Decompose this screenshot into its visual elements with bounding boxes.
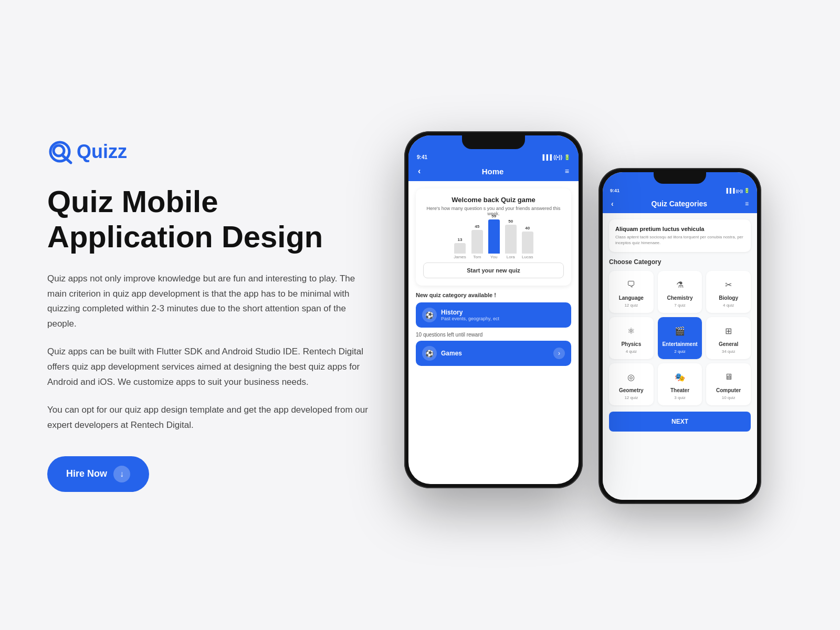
categories-grid: 🗨 Language 12 quiz ⚗ Chemistry 7 quiz ✂ …	[609, 271, 751, 405]
start-quiz-button[interactable]: Start your new quiz	[423, 262, 564, 278]
bar-lora: 50 Lora	[505, 219, 517, 259]
quiz-header-title: Quiz Categories	[652, 200, 708, 208]
phone-home-status: 9:41 ▐▐▐((•))🔋	[408, 151, 579, 161]
computer-icon: 🖥	[720, 369, 737, 385]
bar-you: 59 You	[488, 214, 500, 259]
category-geometry[interactable]: ◎ Geometry 12 quiz	[609, 363, 654, 405]
logo: Quizz	[47, 138, 373, 165]
physics-icon: ⚛	[623, 322, 639, 339]
category-theater[interactable]: 🎭 Theater 3 quiz	[658, 363, 702, 405]
bar-james: 13 James	[454, 237, 466, 259]
bar-chart: 13 James 45 Tom 59	[423, 223, 564, 259]
history-icon: ⚽	[422, 308, 437, 322]
next-button[interactable]: NEXT	[609, 412, 751, 432]
theater-icon: 🎭	[671, 369, 688, 385]
phone-home: 9:41 ▐▐▐((•))🔋 ‹ Home ≡ Welc	[404, 131, 583, 488]
svg-point-1	[54, 145, 64, 156]
logo-icon	[47, 138, 75, 165]
category-entertainment[interactable]: 🎬 Entertainment 2 quiz	[658, 317, 702, 359]
quiz-back-icon: ‹	[611, 200, 614, 208]
arrow-right-icon: ›	[553, 348, 565, 359]
games-category[interactable]: ⚽ Games ›	[416, 341, 571, 366]
back-icon: ‹	[418, 166, 421, 176]
phone-mockups: 9:41 ▐▐▐((•))🔋 ‹ Home ≡ Welc	[373, 110, 793, 520]
quiz-content: Aliquam pretium luctus vehicula Class ap…	[603, 213, 757, 500]
biology-icon: ✂	[720, 276, 737, 293]
history-name: History	[441, 309, 565, 316]
quiz-categories-header: ‹ Quiz Categories ≡	[603, 194, 757, 213]
quiz-status-icons: ▐▐▐((•))🔋	[724, 188, 750, 193]
main-title: Quiz Mobile Application Design	[47, 184, 373, 254]
hire-now-label: Hire Now	[66, 468, 107, 479]
reward-text: 10 questions left until reward	[416, 332, 571, 338]
phone-home-header: ‹ Home ≡	[408, 161, 579, 181]
left-panel: Quizz Quiz Mobile Application Design Qui…	[47, 138, 373, 491]
geometry-icon: ◎	[623, 369, 639, 385]
entertainment-icon: 🎬	[671, 322, 688, 339]
phone-home-notch	[462, 135, 525, 149]
page-container: Quizz Quiz Mobile Application Design Qui…	[26, 79, 814, 551]
home-header-title: Home	[482, 167, 504, 176]
logo-text: Quizz	[77, 141, 127, 163]
history-desc: Past events, geography, ect	[441, 316, 565, 321]
welcome-card: Welcome back Quiz game Here's how many q…	[416, 188, 571, 286]
home-content: Welcome back Quiz game Here's how many q…	[408, 181, 579, 377]
category-biology[interactable]: ✂ Biology 4 quiz	[706, 271, 751, 313]
aliquam-title: Aliquam pretium luctus vehicula	[615, 226, 744, 232]
general-icon: ⊞	[720, 322, 737, 339]
bar-tom: 45 Tom	[471, 224, 483, 259]
hire-now-button[interactable]: Hire Now ↓	[47, 456, 149, 492]
menu-icon: ≡	[565, 167, 569, 175]
phone-quiz-notch	[654, 172, 706, 184]
quiz-status-bar: 9:41 ▐▐▐((•))🔋	[603, 186, 757, 194]
aliquam-body: Class aptent taciti sociosqu ad litora t…	[615, 234, 744, 246]
language-icon: 🗨	[623, 276, 639, 293]
new-category-title: New quiz category available !	[416, 292, 571, 298]
games-icon: ⚽	[422, 346, 437, 361]
category-computer[interactable]: 🖥 Computer 10 quiz	[706, 363, 751, 405]
chemistry-icon: ⚗	[671, 276, 688, 293]
choose-category-title: Choose Category	[609, 258, 751, 266]
welcome-title: Welcome back Quiz game	[423, 196, 564, 204]
status-icons: ▐▐▐((•))🔋	[541, 154, 570, 160]
category-general[interactable]: ⊞ General 34 quiz	[706, 317, 751, 359]
category-chemistry[interactable]: ⚗ Chemistry 7 quiz	[658, 271, 702, 313]
description-2: Quiz apps can be built with Flutter SDK …	[47, 344, 373, 390]
history-category[interactable]: ⚽ History Past events, geography, ect	[416, 302, 571, 328]
games-name: Games	[441, 350, 462, 357]
phone-quiz-screen: 9:41 ▐▐▐((•))🔋 ‹ Quiz Categories ≡	[603, 172, 757, 500]
bar-lucas: 40 Lucas	[522, 226, 533, 259]
category-physics[interactable]: ⚛ Physics 4 quiz	[609, 317, 654, 359]
arrow-icon: ↓	[113, 466, 130, 482]
phone-quiz: 9:41 ▐▐▐((•))🔋 ‹ Quiz Categories ≡	[598, 168, 761, 504]
phone-home-screen: 9:41 ▐▐▐((•))🔋 ‹ Home ≡ Welc	[408, 135, 579, 484]
aliquam-card: Aliquam pretium luctus vehicula Class ap…	[609, 219, 751, 252]
description-3: You can opt for our quiz app design temp…	[47, 403, 373, 433]
quiz-menu-icon: ≡	[745, 200, 749, 207]
category-language[interactable]: 🗨 Language 12 quiz	[609, 271, 654, 313]
description-1: Quiz apps not only improve knowledge but…	[47, 271, 373, 332]
